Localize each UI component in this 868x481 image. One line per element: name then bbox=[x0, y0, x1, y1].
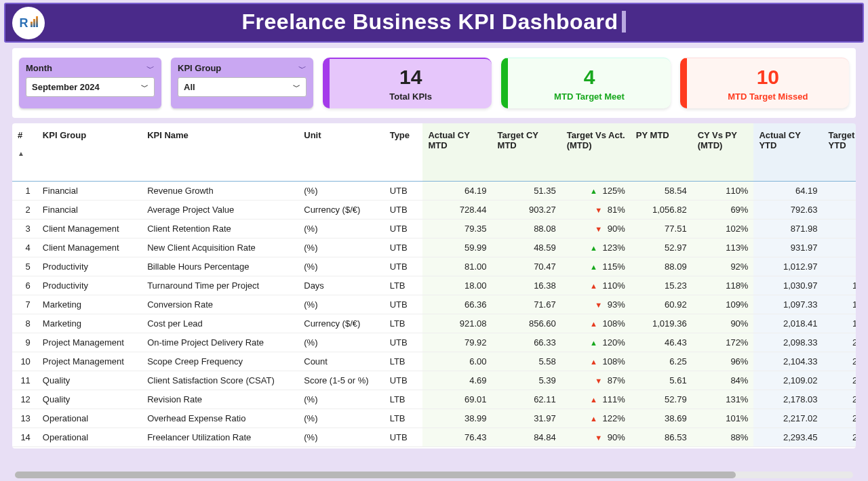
cell-actual-mtd: 66.36 bbox=[422, 295, 492, 314]
table-row[interactable]: 12QualityRevision Rate(%)LTB69.0162.11▲ … bbox=[12, 390, 856, 409]
table-row[interactable]: 5ProductivityBillable Hours Percentage(%… bbox=[12, 257, 856, 276]
col-target-mtd[interactable]: Target CY MTD bbox=[492, 123, 561, 182]
horizontal-scrollbar[interactable] bbox=[15, 472, 853, 478]
cell-tva-mtd: ▲ 108% bbox=[561, 314, 631, 333]
triangle-up-red-icon: ▲ bbox=[590, 415, 597, 423]
scrollbar-thumb[interactable] bbox=[15, 472, 736, 478]
cell-name: Overhead Expense Ratio bbox=[142, 409, 298, 428]
col-name[interactable]: KPI Name bbox=[142, 123, 298, 182]
cell-target-ytd: 800.25 bbox=[823, 257, 856, 276]
cell-target-ytd: 2,504.15 bbox=[823, 352, 856, 371]
cell-py-mtd: 52.79 bbox=[631, 390, 692, 409]
cell-type: UTB bbox=[384, 257, 423, 276]
col-type[interactable]: Type bbox=[384, 123, 423, 182]
cell-idx: 10 bbox=[12, 352, 37, 371]
cell-target-ytd: 1,349.72 bbox=[823, 295, 856, 314]
table-row[interactable]: 11QualityClient Satisfaction Score (CSAT… bbox=[12, 371, 856, 390]
cell-idx: 2 bbox=[12, 201, 37, 219]
table-row[interactable]: 13OperationalOverhead Expense Ratio(%)LT… bbox=[12, 409, 856, 428]
triangle-up-red-icon: ▲ bbox=[590, 320, 597, 328]
table-row[interactable]: 3Client ManagementClient Retention Rate(… bbox=[12, 219, 856, 238]
cell-target-mtd: 48.59 bbox=[492, 238, 561, 257]
cell-unit: (%) bbox=[298, 333, 384, 352]
cell-target-mtd: 66.33 bbox=[492, 333, 561, 352]
cell-py-mtd: 86.53 bbox=[631, 428, 692, 447]
cell-tva-mtd: ▼ 90% bbox=[561, 219, 631, 238]
table-row[interactable]: 6ProductivityTurnaround Time per Project… bbox=[12, 276, 856, 295]
cell-cypy-mtd: 109% bbox=[692, 295, 754, 314]
col-idx[interactable]: #▲ bbox=[12, 123, 37, 182]
col-actual-mtd[interactable]: Actual CY MTD bbox=[422, 123, 492, 182]
table-row[interactable]: 4Client ManagementNew Client Acquisition… bbox=[12, 238, 856, 257]
table-row[interactable]: 2FinancialAverage Project ValueCurrency … bbox=[12, 201, 856, 219]
chevron-down-icon[interactable]: ﹀ bbox=[298, 63, 307, 75]
cell-actual-mtd: 79.92 bbox=[422, 333, 492, 352]
triangle-up-red-icon: ▲ bbox=[590, 396, 597, 404]
month-select[interactable]: September 2024 ﹀ bbox=[26, 77, 155, 97]
table-row[interactable]: 1FinancialRevenue Growth(%)UTB64.1951.35… bbox=[12, 182, 856, 201]
cell-group: Quality bbox=[37, 390, 142, 409]
cell-group: Client Management bbox=[37, 219, 142, 238]
cell-target-mtd: 5.39 bbox=[492, 371, 561, 390]
cell-actual-mtd: 64.19 bbox=[422, 182, 492, 201]
cell-cypy-mtd: 118% bbox=[692, 276, 754, 295]
cell-idx: 11 bbox=[12, 371, 37, 390]
cell-idx: 13 bbox=[12, 409, 37, 428]
cell-group: Marketing bbox=[37, 295, 142, 314]
cell-target-ytd: 2,025.57 bbox=[823, 390, 856, 409]
cell-unit: (%) bbox=[298, 409, 384, 428]
cell-actual-mtd: 69.01 bbox=[422, 390, 492, 409]
cell-actual-ytd: 2,293.45 bbox=[753, 428, 823, 447]
col-target-ytd[interactable]: Target CY YTD bbox=[823, 123, 856, 182]
cell-actual-ytd: 64.19 bbox=[753, 182, 823, 201]
col-group[interactable]: KPI Group bbox=[37, 123, 142, 182]
cell-target-mtd: 84.84 bbox=[492, 428, 561, 447]
cell-type: LTB bbox=[384, 352, 423, 371]
col-py-mtd[interactable]: PY MTD bbox=[631, 123, 692, 182]
filters-row: ﹀ Month September 2024 ﹀ ﹀ KPI Group All… bbox=[12, 48, 856, 118]
cell-target-ytd: 824.34 bbox=[823, 201, 856, 219]
cell-py-mtd: 5.61 bbox=[631, 371, 692, 390]
cell-tva-mtd: ▲ 110% bbox=[561, 276, 631, 295]
table-row[interactable]: 9Project ManagementOn-time Project Deliv… bbox=[12, 333, 856, 352]
cell-actual-mtd: 728.44 bbox=[422, 201, 492, 219]
cell-group: Operational bbox=[37, 409, 142, 428]
group-select[interactable]: All ﹀ bbox=[178, 77, 307, 97]
cell-name: Client Retention Rate bbox=[142, 219, 298, 238]
target-meet-card: 4 MTD Target Meet bbox=[501, 58, 670, 108]
col-cypy-mtd[interactable]: CY Vs PY (MTD) bbox=[692, 123, 754, 182]
cell-actual-ytd: 2,098.33 bbox=[753, 333, 823, 352]
table-row[interactable]: 10Project ManagementScope Creep Frequenc… bbox=[12, 352, 856, 371]
cell-type: LTB bbox=[384, 314, 423, 333]
chevron-down-icon[interactable]: ﹀ bbox=[146, 63, 155, 75]
cell-unit: (%) bbox=[298, 295, 384, 314]
cell-py-mtd: 15.23 bbox=[631, 276, 692, 295]
cell-group: Quality bbox=[37, 371, 142, 390]
col-unit[interactable]: Unit bbox=[298, 123, 384, 182]
cell-cypy-mtd: 102% bbox=[692, 219, 754, 238]
col-actual-ytd[interactable]: Actual CY YTD bbox=[753, 123, 823, 182]
cell-tva-mtd: ▲ 115% bbox=[561, 257, 631, 276]
cell-type: UTB bbox=[384, 238, 423, 257]
table-row[interactable]: 7MarketingConversion Rate(%)UTB66.3671.6… bbox=[12, 295, 856, 314]
kpi-table: #▲ KPI Group KPI Name Unit Type Actual C… bbox=[12, 123, 856, 447]
cell-py-mtd: 88.09 bbox=[631, 257, 692, 276]
cell-py-mtd: 77.51 bbox=[631, 219, 692, 238]
col-tva-mtd[interactable]: Target Vs Act. (MTD) bbox=[561, 123, 631, 182]
cell-actual-ytd: 792.63 bbox=[753, 201, 823, 219]
table-row[interactable]: 14OperationalFreelancer Utilization Rate… bbox=[12, 428, 856, 447]
cell-group: Client Management bbox=[37, 238, 142, 257]
table-row[interactable]: 8MarketingCost per LeadCurrency ($/€)LTB… bbox=[12, 314, 856, 333]
cell-name: Scope Creep Frequency bbox=[142, 352, 298, 371]
cell-idx: 5 bbox=[12, 257, 37, 276]
cell-cypy-mtd: 113% bbox=[692, 238, 754, 257]
cell-actual-mtd: 59.99 bbox=[422, 238, 492, 257]
cell-type: UTB bbox=[384, 333, 423, 352]
cell-target-ytd: 66.12 bbox=[823, 182, 856, 201]
cell-target-ytd: 1,433.07 bbox=[823, 314, 856, 333]
cell-cypy-mtd: 88% bbox=[692, 428, 754, 447]
cell-unit: Currency ($/€) bbox=[298, 201, 384, 219]
chevron-down-icon: ﹀ bbox=[141, 82, 149, 92]
cell-name: Revision Rate bbox=[142, 390, 298, 409]
cell-py-mtd: 60.92 bbox=[631, 295, 692, 314]
